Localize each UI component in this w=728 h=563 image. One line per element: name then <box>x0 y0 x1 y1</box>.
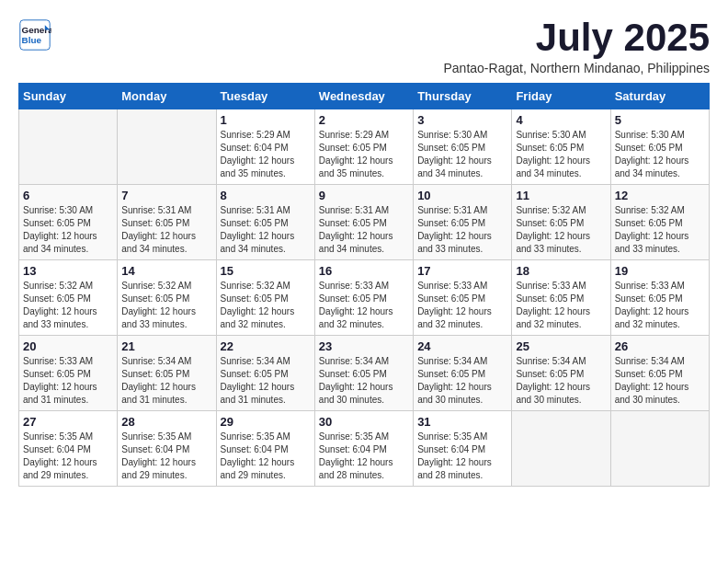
day-number: 25 <box>516 339 606 353</box>
day-number: 23 <box>319 339 409 353</box>
day-number: 30 <box>319 415 409 429</box>
calendar-cell: 8Sunrise: 5:31 AMSunset: 6:05 PMDaylight… <box>216 185 314 260</box>
day-info: Sunrise: 5:32 AMSunset: 6:05 PMDaylight:… <box>615 204 705 256</box>
calendar-week-row: 13Sunrise: 5:32 AMSunset: 6:05 PMDayligh… <box>19 260 710 336</box>
day-info: Sunrise: 5:31 AMSunset: 6:05 PMDaylight:… <box>319 204 409 256</box>
calendar-cell: 3Sunrise: 5:30 AMSunset: 6:05 PMDaylight… <box>414 109 512 185</box>
header-thursday: Thursday <box>414 84 512 109</box>
day-number: 11 <box>516 189 606 202</box>
day-number: 12 <box>615 189 705 202</box>
day-number: 4 <box>516 113 606 127</box>
day-info: Sunrise: 5:30 AMSunset: 6:05 PMDaylight:… <box>23 204 113 256</box>
header-wednesday: Wednesday <box>314 84 413 109</box>
calendar-cell: 6Sunrise: 5:30 AMSunset: 6:05 PMDaylight… <box>19 185 118 260</box>
day-number: 31 <box>417 415 507 429</box>
calendar-cell: 16Sunrise: 5:33 AMSunset: 6:05 PMDayligh… <box>314 260 413 336</box>
day-info: Sunrise: 5:30 AMSunset: 6:05 PMDaylight:… <box>615 129 705 180</box>
day-number: 5 <box>615 113 705 127</box>
calendar-cell: 14Sunrise: 5:32 AMSunset: 6:05 PMDayligh… <box>118 260 216 336</box>
day-number: 19 <box>615 264 705 278</box>
day-number: 7 <box>121 189 211 202</box>
calendar-table: SundayMondayTuesdayWednesdayThursdayFrid… <box>18 83 710 487</box>
day-info: Sunrise: 5:33 AMSunset: 6:05 PMDaylight:… <box>516 280 606 331</box>
day-number: 14 <box>121 264 211 278</box>
calendar-header-row: SundayMondayTuesdayWednesdayThursdayFrid… <box>19 84 710 109</box>
calendar-cell: 21Sunrise: 5:34 AMSunset: 6:05 PMDayligh… <box>118 336 216 411</box>
month-title: July 2025 <box>443 18 710 57</box>
calendar-cell: 28Sunrise: 5:35 AMSunset: 6:04 PMDayligh… <box>118 411 216 487</box>
svg-text:General: General <box>22 25 51 35</box>
calendar-week-row: 6Sunrise: 5:30 AMSunset: 6:05 PMDaylight… <box>19 185 710 260</box>
calendar-cell: 2Sunrise: 5:29 AMSunset: 6:05 PMDaylight… <box>314 109 413 185</box>
calendar-cell: 20Sunrise: 5:33 AMSunset: 6:05 PMDayligh… <box>19 336 118 411</box>
day-info: Sunrise: 5:35 AMSunset: 6:04 PMDaylight:… <box>221 431 311 482</box>
calendar-cell: 19Sunrise: 5:33 AMSunset: 6:05 PMDayligh… <box>610 260 709 336</box>
day-number: 22 <box>221 339 311 353</box>
day-number: 27 <box>23 415 113 429</box>
day-info: Sunrise: 5:31 AMSunset: 6:05 PMDaylight:… <box>221 204 311 256</box>
header-tuesday: Tuesday <box>216 84 314 109</box>
calendar-week-row: 1Sunrise: 5:29 AMSunset: 6:04 PMDaylight… <box>19 109 710 185</box>
calendar-cell: 27Sunrise: 5:35 AMSunset: 6:04 PMDayligh… <box>19 411 118 487</box>
day-info: Sunrise: 5:31 AMSunset: 6:05 PMDaylight:… <box>121 204 211 256</box>
day-number: 9 <box>319 189 409 202</box>
day-number: 20 <box>23 339 113 353</box>
day-number: 8 <box>221 189 311 202</box>
page-header: General Blue July 2025 Pantao-Ragat, Nor… <box>18 18 710 75</box>
calendar-cell <box>118 109 216 185</box>
day-info: Sunrise: 5:32 AMSunset: 6:05 PMDaylight:… <box>23 280 113 331</box>
day-number: 2 <box>319 113 409 127</box>
calendar-cell: 12Sunrise: 5:32 AMSunset: 6:05 PMDayligh… <box>610 185 709 260</box>
calendar-cell <box>19 109 118 185</box>
day-number: 16 <box>319 264 409 278</box>
day-info: Sunrise: 5:33 AMSunset: 6:05 PMDaylight:… <box>615 280 705 331</box>
calendar-cell: 13Sunrise: 5:32 AMSunset: 6:05 PMDayligh… <box>19 260 118 336</box>
calendar-week-row: 27Sunrise: 5:35 AMSunset: 6:04 PMDayligh… <box>19 411 710 487</box>
day-info: Sunrise: 5:29 AMSunset: 6:04 PMDaylight:… <box>221 129 311 180</box>
calendar-cell: 29Sunrise: 5:35 AMSunset: 6:04 PMDayligh… <box>216 411 314 487</box>
day-number: 28 <box>121 415 211 429</box>
day-info: Sunrise: 5:33 AMSunset: 6:05 PMDaylight:… <box>319 280 409 331</box>
calendar-cell: 9Sunrise: 5:31 AMSunset: 6:05 PMDaylight… <box>314 185 413 260</box>
day-info: Sunrise: 5:35 AMSunset: 6:04 PMDaylight:… <box>319 431 409 482</box>
day-info: Sunrise: 5:31 AMSunset: 6:05 PMDaylight:… <box>417 204 507 256</box>
day-number: 17 <box>417 264 507 278</box>
day-number: 18 <box>516 264 606 278</box>
day-info: Sunrise: 5:35 AMSunset: 6:04 PMDaylight:… <box>121 431 211 482</box>
calendar-cell: 24Sunrise: 5:34 AMSunset: 6:05 PMDayligh… <box>414 336 512 411</box>
day-info: Sunrise: 5:34 AMSunset: 6:05 PMDaylight:… <box>319 355 409 407</box>
day-info: Sunrise: 5:32 AMSunset: 6:05 PMDaylight:… <box>121 280 211 331</box>
header-saturday: Saturday <box>610 84 709 109</box>
calendar-cell: 7Sunrise: 5:31 AMSunset: 6:05 PMDaylight… <box>118 185 216 260</box>
calendar-cell: 17Sunrise: 5:33 AMSunset: 6:05 PMDayligh… <box>414 260 512 336</box>
day-number: 29 <box>221 415 311 429</box>
day-info: Sunrise: 5:32 AMSunset: 6:05 PMDaylight:… <box>221 280 311 331</box>
title-area: July 2025 Pantao-Ragat, Northern Mindana… <box>443 18 710 75</box>
day-number: 10 <box>417 189 507 202</box>
day-info: Sunrise: 5:34 AMSunset: 6:05 PMDaylight:… <box>615 355 705 407</box>
day-info: Sunrise: 5:30 AMSunset: 6:05 PMDaylight:… <box>516 129 606 180</box>
svg-text:Blue: Blue <box>22 35 42 45</box>
day-info: Sunrise: 5:30 AMSunset: 6:05 PMDaylight:… <box>417 129 507 180</box>
location-subtitle: Pantao-Ragat, Northern Mindanao, Philipp… <box>443 61 710 75</box>
calendar-cell: 1Sunrise: 5:29 AMSunset: 6:04 PMDaylight… <box>216 109 314 185</box>
calendar-cell: 23Sunrise: 5:34 AMSunset: 6:05 PMDayligh… <box>314 336 413 411</box>
calendar-cell: 5Sunrise: 5:30 AMSunset: 6:05 PMDaylight… <box>610 109 709 185</box>
calendar-cell: 30Sunrise: 5:35 AMSunset: 6:04 PMDayligh… <box>314 411 413 487</box>
day-info: Sunrise: 5:32 AMSunset: 6:05 PMDaylight:… <box>516 204 606 256</box>
day-info: Sunrise: 5:35 AMSunset: 6:04 PMDaylight:… <box>23 431 113 482</box>
logo-icon: General Blue <box>18 18 51 52</box>
header-friday: Friday <box>512 84 610 109</box>
day-number: 3 <box>417 113 507 127</box>
day-info: Sunrise: 5:35 AMSunset: 6:04 PMDaylight:… <box>417 431 507 482</box>
day-number: 21 <box>121 339 211 353</box>
calendar-week-row: 20Sunrise: 5:33 AMSunset: 6:05 PMDayligh… <box>19 336 710 411</box>
day-info: Sunrise: 5:34 AMSunset: 6:05 PMDaylight:… <box>516 355 606 407</box>
day-number: 6 <box>23 189 113 202</box>
calendar-cell <box>512 411 610 487</box>
calendar-cell: 22Sunrise: 5:34 AMSunset: 6:05 PMDayligh… <box>216 336 314 411</box>
day-info: Sunrise: 5:33 AMSunset: 6:05 PMDaylight:… <box>23 355 113 407</box>
day-number: 13 <box>23 264 113 278</box>
day-number: 26 <box>615 339 705 353</box>
calendar-cell: 4Sunrise: 5:30 AMSunset: 6:05 PMDaylight… <box>512 109 610 185</box>
